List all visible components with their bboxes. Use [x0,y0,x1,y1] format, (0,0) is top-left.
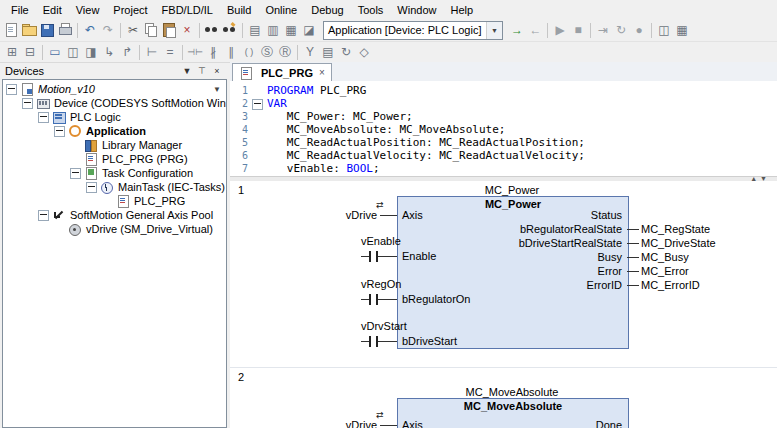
tree-expander-icon[interactable] [70,168,81,179]
tree-item-vdrive-sm-drive-virtual[interactable]: vDrive (SM_Drive_Virtual) [3,222,226,236]
menu-project[interactable]: Project [106,2,154,18]
fold-icon[interactable] [252,99,263,110]
code-line[interactable]: 7 vEnable: BOOL; [230,162,777,175]
menu-fbd-ld-il[interactable]: FBD/LD/IL [155,2,220,18]
tree-item-plc-prg[interactable]: PLC_PRG [3,194,226,208]
insert-input-icon[interactable]: ⊢ [143,43,161,61]
insert-box-with-en-icon[interactable]: ◨ [82,43,100,61]
tree-item-device-codesys-softmotion-win-v3-x64[interactable]: Device (CODESYS SoftMotion Win V3 x64) [3,96,226,110]
menu-online[interactable]: Online [258,2,304,18]
insert-reset-coil-icon[interactable]: Ⓡ [276,43,294,61]
refactor-icon[interactable]: ◪ [300,21,318,39]
tree-expander-icon[interactable] [6,84,17,95]
save-icon[interactable] [38,21,56,39]
tab-close-icon[interactable]: × [319,67,325,78]
insert-branch-icon[interactable]: Y [301,43,319,61]
insert-network-below-icon[interactable]: ⊟ [21,43,39,61]
tree-item-application[interactable]: Application [3,124,226,138]
view-toggle-icon[interactable]: ◇ [355,43,373,61]
tree-expander-icon[interactable] [86,182,97,193]
insert-assignment-icon[interactable]: = [161,43,179,61]
new-window-icon[interactable]: ◫ [655,21,673,39]
input-variable[interactable]: vEnable [361,235,401,247]
menu-edit[interactable]: Edit [36,2,69,18]
input-variable[interactable]: vDrvStart [361,320,407,332]
output-variable[interactable]: MC_Error [641,265,689,277]
declaration-editor[interactable]: 1PROGRAM PLC_PRG2VAR3 MC_Power: MC_Power… [230,81,777,176]
input-variable[interactable]: vDrive [319,419,377,428]
insert-network-icon[interactable]: ⊞ [3,43,21,61]
fbd-editor[interactable]: 1MC_PowerMC_PowerAxis⇄vDriveEnablevEnabl… [230,181,777,428]
print-icon[interactable] [56,21,74,39]
paste-icon[interactable] [160,21,178,39]
fb-instance-label[interactable]: MC_Power [397,184,627,196]
contact-symbol[interactable] [369,251,371,262]
menu-tools[interactable]: Tools [351,2,391,18]
output-variable[interactable]: MC_RegState [641,223,710,235]
tree-expander-icon[interactable] [54,126,65,137]
copy-icon[interactable] [142,21,160,39]
logout-icon[interactable]: → [526,21,544,39]
menu-view[interactable]: View [69,2,107,18]
insert-negated-contact-icon[interactable]: ∦ [204,43,222,61]
cut-icon[interactable]: ✂ [124,21,142,39]
tree-expander-icon[interactable] [38,112,49,123]
build-icon[interactable]: ▤ [246,21,264,39]
tree-expander-icon[interactable] [38,210,49,221]
menu-window[interactable]: Window [390,2,443,18]
fb-instance-label[interactable]: MC_MoveAbsolute [397,386,627,398]
insert-empty-box-icon[interactable]: ◫ [64,43,82,61]
tree-item-task-configuration[interactable]: Task Configuration [3,166,226,180]
tree-expander-icon[interactable] [22,98,33,109]
find-replace-icon[interactable] [221,21,239,39]
insert-contact-icon[interactable]: ⊣⊢ [186,43,204,61]
tree-root-dropdown-icon[interactable]: ▼ [213,83,221,97]
menu-build[interactable]: Build [220,2,258,18]
breakpoint-icon[interactable]: ● [630,21,648,39]
input-variable[interactable]: vDrive [319,209,377,221]
code-line[interactable]: 6 MC_ReadActualVelocity: MC_ReadActualVe… [230,149,777,162]
insert-coil-icon[interactable]: ( ) [240,43,258,61]
code-line[interactable]: 4 MC_MoveAbsolute: MC_MoveAbsolute; [230,123,777,136]
contact-symbol[interactable] [369,336,371,347]
tree-item-maintask-iec-tasks[interactable]: MainTask (IEC-Tasks) [3,180,226,194]
menu-file[interactable]: File [4,2,36,18]
insert-parallel-contact-icon[interactable]: ∥ [222,43,240,61]
insert-set-coil-icon[interactable]: Ⓢ [258,43,276,61]
chevron-down-icon[interactable]: ▼ [486,22,502,39]
find-icon[interactable] [203,21,221,39]
tree-item-library-manager[interactable]: Library Manager [3,138,226,152]
new-project-icon[interactable] [2,21,20,39]
insert-return-icon[interactable]: ↱ [118,43,136,61]
contact-symbol[interactable] [369,294,371,305]
single-cycle-icon[interactable]: ↻ [612,21,630,39]
options-icon[interactable]: ▦ [673,21,691,39]
open-project-icon[interactable] [20,21,38,39]
code-line[interactable]: 2VAR [230,97,777,110]
panel-dropdown-icon[interactable]: ▼ [180,64,194,77]
panel-close-icon[interactable]: × [210,64,224,77]
step-over-icon[interactable]: ⇥ [594,21,612,39]
tree-item-plc-logic[interactable]: PLC Logic [3,110,226,124]
output-variable[interactable]: MC_DriveState [641,237,716,249]
insert-box-icon[interactable]: ▭ [46,43,64,61]
delete-icon[interactable]: × [178,21,196,39]
input-variable[interactable]: vRegOn [361,278,401,290]
tree-item-softmotion-general-axis-pool[interactable]: SoftMotion General Axis Pool [3,208,226,222]
redo-icon[interactable]: ↷ [99,21,117,39]
project-settings-icon[interactable]: ▦ [282,21,300,39]
tab-plc-prg[interactable]: PLC_PRG × [232,63,332,81]
update-parameters-icon[interactable]: ↻ [337,43,355,61]
generate-code-icon[interactable]: ▥ [264,21,282,39]
undo-icon[interactable]: ↶ [81,21,99,39]
stop-icon[interactable]: ■ [569,21,587,39]
login-icon[interactable]: → [508,21,526,39]
code-line[interactable]: 3 MC_Power: MC_Power; [230,110,777,123]
code-line[interactable]: 1PROGRAM PLC_PRG [230,84,777,97]
tree-item-plc-prg-prg[interactable]: PLC_PRG (PRG) [3,152,226,166]
menu-debug[interactable]: Debug [304,2,350,18]
code-line[interactable]: 5 MC_ReadActualPosition: MC_ReadActualPo… [230,136,777,149]
start-icon[interactable]: ▶ [551,21,569,39]
panel-pin-icon[interactable]: ⊤ [195,64,209,77]
tree-item-motion-v10[interactable]: Motion_v10▼ [3,82,226,96]
